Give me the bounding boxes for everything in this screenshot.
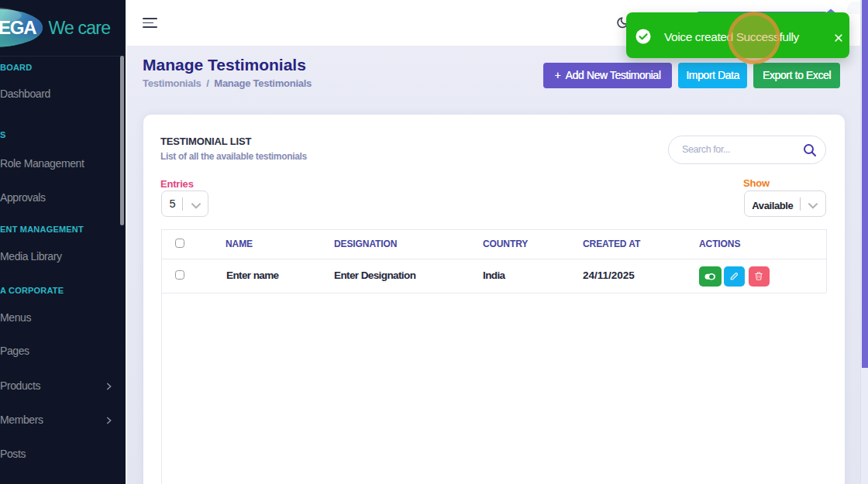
svg-text:We care: We care — [49, 18, 111, 38]
svg-text:EGA: EGA — [0, 17, 36, 38]
